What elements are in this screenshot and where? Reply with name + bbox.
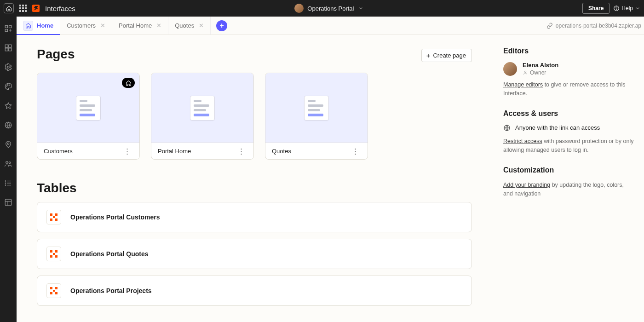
rail-components-icon[interactable] [4, 24, 13, 33]
tab-customers[interactable]: Customers ✕ [60, 17, 112, 34]
avatar [503, 62, 517, 76]
page-card-label: Customers [44, 148, 73, 155]
svg-point-27 [524, 71, 526, 73]
add-tab-button[interactable]: + [216, 20, 227, 31]
page-card-customers[interactable]: Customers ⋮ [37, 73, 140, 160]
rail-users-icon[interactable] [4, 159, 13, 168]
create-page-button[interactable]: + Create page [421, 49, 472, 62]
tables-heading: Tables [37, 181, 472, 196]
tab-home[interactable]: Home [17, 17, 60, 34]
restrict-access-text: Restrict access with password protection… [503, 137, 635, 155]
left-rail [0, 17, 17, 322]
rail-location-icon[interactable] [4, 140, 13, 149]
main-content: Pages + Create page Customers [17, 35, 492, 322]
rail-globe-icon[interactable] [4, 121, 13, 130]
svg-point-22 [5, 183, 6, 184]
page-card-portal-home[interactable]: Portal Home ⋮ [151, 73, 254, 160]
apps-grid-icon[interactable] [19, 5, 27, 12]
rail-blocks-icon[interactable] [4, 43, 13, 52]
svg-rect-3 [9, 25, 12, 28]
rail-list-icon[interactable] [4, 178, 13, 188]
home-icon[interactable] [4, 3, 14, 13]
project-name: Operations Portal [307, 5, 354, 12]
svg-rect-8 [9, 48, 12, 51]
home-badge-icon [122, 78, 135, 88]
svg-marker-13 [5, 103, 12, 109]
svg-point-1 [616, 10, 617, 10]
table-row[interactable]: Operations Portal Quotes [37, 239, 472, 269]
close-icon[interactable]: ✕ [156, 22, 161, 29]
svg-point-11 [7, 85, 8, 86]
rail-theme-icon[interactable] [4, 82, 13, 91]
branding-link[interactable]: Add your branding [503, 182, 550, 188]
tabs-strip: Home Customers ✕ Portal Home ✕ Quotes ✕ … [17, 17, 644, 35]
editors-heading: Editors [503, 47, 635, 55]
chevron-down-icon [358, 6, 363, 11]
svg-point-9 [7, 66, 10, 69]
svg-point-21 [5, 181, 6, 182]
svg-rect-4 [5, 29, 7, 32]
chevron-down-icon [635, 6, 640, 11]
customization-heading: Customization [503, 166, 635, 174]
share-button[interactable]: Share [582, 3, 610, 14]
home-icon [23, 21, 33, 31]
table-name: Operations Portal Quotes [70, 250, 149, 258]
project-switcher[interactable]: Operations Portal [294, 4, 363, 13]
more-icon[interactable]: ⋮ [350, 149, 361, 154]
close-icon[interactable]: ✕ [199, 22, 204, 29]
pages-heading: Pages [37, 47, 75, 62]
manage-editors-text: Manage editors to give or remove access … [503, 80, 635, 98]
table-icon [46, 283, 61, 298]
help-button[interactable]: Help [613, 5, 640, 12]
more-icon[interactable]: ⋮ [236, 149, 247, 154]
rail-star-icon[interactable] [4, 101, 13, 110]
zapier-logo [32, 5, 40, 12]
svg-rect-24 [5, 199, 12, 206]
plus-icon: + [426, 52, 431, 59]
tab-quotes[interactable]: Quotes ✕ [168, 17, 211, 34]
table-icon [46, 210, 61, 224]
svg-point-15 [7, 143, 9, 145]
svg-rect-6 [9, 45, 12, 47]
svg-point-23 [5, 185, 6, 186]
table-name: Operations Portal Projects [70, 287, 152, 294]
rail-layout-icon[interactable] [4, 198, 13, 207]
access-line: Anyone with the link can access [503, 124, 635, 132]
more-icon[interactable]: ⋮ [122, 149, 133, 154]
svg-rect-7 [5, 48, 8, 51]
rail-settings-icon[interactable] [4, 63, 13, 72]
svg-rect-5 [5, 45, 8, 47]
table-name: Operations Portal Customers [70, 213, 160, 221]
table-row[interactable]: Operations Portal Projects [37, 276, 472, 306]
branding-text: Add your branding by updating the logo, … [503, 181, 635, 199]
help-icon [613, 5, 620, 12]
topbar: Interfaces Operations Portal Share Help [0, 0, 644, 17]
app-title: Interfaces [45, 5, 75, 12]
manage-editors-link[interactable]: Manage editors [503, 81, 543, 88]
globe-icon [503, 124, 511, 132]
page-thumbnail [304, 96, 329, 121]
editor-role: Owner [523, 69, 558, 76]
access-heading: Access & users [503, 109, 635, 118]
tab-portal-home[interactable]: Portal Home ✕ [112, 17, 168, 34]
svg-point-17 [9, 162, 11, 164]
editor-name: Elena Alston [523, 62, 558, 69]
page-thumbnail [76, 96, 101, 121]
page-card-label: Quotes [272, 148, 291, 155]
avatar [294, 4, 304, 13]
page-card-quotes[interactable]: Quotes ⋮ [265, 73, 368, 160]
restrict-access-link[interactable]: Restrict access [503, 138, 542, 144]
person-icon [523, 70, 528, 75]
table-icon [46, 247, 61, 261]
page-card-label: Portal Home [158, 148, 191, 155]
svg-point-12 [9, 85, 10, 86]
editor-entry: Elena Alston Owner [503, 62, 635, 76]
page-thumbnail [190, 96, 215, 121]
interface-url[interactable]: operations-portal-be3b04.zapier.ap [556, 23, 641, 29]
side-panel: Editors Elena Alston Owner Manage editor… [492, 35, 644, 322]
table-row[interactable]: Operations Portal Customers [37, 202, 472, 232]
svg-point-10 [6, 86, 7, 87]
svg-rect-2 [5, 25, 7, 28]
close-icon[interactable]: ✕ [100, 22, 105, 29]
link-icon [546, 23, 553, 29]
